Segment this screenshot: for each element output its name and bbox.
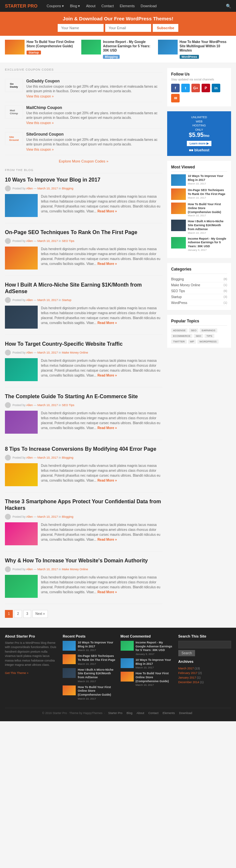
post-title-1[interactable]: 10 Ways To Improve Your Blog in 2017 xyxy=(5,177,162,184)
footer-search-input[interactable] xyxy=(178,641,231,648)
page-next[interactable]: Next » xyxy=(32,610,48,618)
footer-commented-1: Income Report - My Google Adsense Earnin… xyxy=(121,641,173,656)
post-thumb-8 xyxy=(5,575,38,598)
post-title-6[interactable]: 8 Tips To Increase Conversions By Modify… xyxy=(5,446,162,453)
search-icon[interactable]: 🔍 xyxy=(226,4,231,8)
tag-wordpress[interactable]: WORDPRESS xyxy=(197,339,218,344)
tag-tips[interactable]: TIPS xyxy=(205,334,214,338)
blog-section: FROM THE BLOG 10 Ways To Improve Your Bl… xyxy=(5,168,162,618)
footer-commented-title-1[interactable]: Income Report - My Google Adsense Earnin… xyxy=(136,641,173,652)
mv-thumb-5 xyxy=(171,237,186,249)
footer-link-elements[interactable]: Elements xyxy=(163,711,175,715)
post-thumb-6 xyxy=(5,463,38,486)
footer-commented: Most Commented Income Report - My Google… xyxy=(121,634,173,703)
mailchimp-coupon-link[interactable]: View this coupon » xyxy=(26,121,54,125)
post-title-4[interactable]: How To Target Country-Specific Website T… xyxy=(5,341,162,348)
mv-title-3[interactable]: How To Build Your First Online Store (Co… xyxy=(188,203,227,214)
footer-link-contact[interactable]: Contact xyxy=(148,711,159,715)
footer-search-title: Search This Site xyxy=(178,634,231,638)
mv-thumb-3 xyxy=(171,203,186,214)
follow-us-title: Follow Us xyxy=(171,72,227,76)
godaddy-logo: GoDaddy xyxy=(5,79,23,92)
subscribe-button[interactable]: Subscribe xyxy=(153,24,178,32)
read-more-3[interactable]: Read More » xyxy=(97,321,117,325)
page-1[interactable]: 1 xyxy=(5,610,13,618)
category-blogging: Blogging (8) xyxy=(171,276,227,282)
mv-title-5[interactable]: Income Report - My Google Adsense Earnin… xyxy=(188,237,227,249)
tag-adsense[interactable]: ADSENSE xyxy=(171,328,188,333)
footer-recent-title-1[interactable]: 10 Ways To Improve Your Blog in 2017 xyxy=(78,641,115,648)
post-title-7[interactable]: These 3 Smartphone Apps Protect Your Con… xyxy=(5,498,162,512)
footer-link-starterpro[interactable]: Starter Pro xyxy=(108,711,123,715)
read-more-7[interactable]: Read More » xyxy=(97,538,117,541)
archive-march-2017: March 2017 (13) xyxy=(178,666,231,671)
twitter-icon[interactable]: t xyxy=(181,84,190,92)
read-more-6[interactable]: Read More » xyxy=(97,479,117,482)
nav-coupons[interactable]: Coupons ▾ xyxy=(44,0,67,12)
explore-coupons-link[interactable]: Explore More Coupon Codes » xyxy=(5,159,162,163)
mailchimp-logo: MailChimp xyxy=(5,105,23,119)
featured-item-1: How To Build Your First Online Store (Co… xyxy=(5,40,78,59)
godaddy-coupon-link[interactable]: View this coupon » xyxy=(26,95,54,98)
godaddy-coupon-title: GoDaddy Coupon xyxy=(26,79,162,83)
bluehost-learn-button[interactable]: Learn more ▶ xyxy=(187,141,211,146)
nav-about[interactable]: About xyxy=(83,0,98,12)
email-input[interactable] xyxy=(105,24,151,32)
featured-tag-3: WordPress xyxy=(180,55,199,59)
footer-link-download[interactable]: Download xyxy=(179,711,192,715)
post-title-8[interactable]: Why & How To Increase Your Website's Dom… xyxy=(5,557,162,564)
footer-recent-title-2[interactable]: On-Page SEO Techniques To Rank On The Fi… xyxy=(78,654,115,662)
footer-search-button[interactable]: Search xyxy=(178,650,195,656)
tag-twitter[interactable]: TWITTER xyxy=(171,339,187,344)
tag-seo2[interactable]: SEO xyxy=(194,334,203,338)
post-title-5[interactable]: The Complete Guide To Starting An E-Comm… xyxy=(5,393,162,400)
mv-title-2[interactable]: On-Page SEO Techniques To Rank On The Fi… xyxy=(188,188,227,196)
footer-recent-date-4: March 10, 2017 xyxy=(78,697,115,701)
rss-icon[interactable]: ✉ xyxy=(171,94,180,102)
tag-seo[interactable]: SEO xyxy=(189,328,198,333)
post-title-3[interactable]: How I Built A Micro-Niche Site Earning $… xyxy=(5,282,162,296)
read-more-2[interactable]: Read More » xyxy=(97,262,117,266)
nav-blog[interactable]: Blog ▾ xyxy=(67,0,82,12)
meta-6: Posted by Allen — March 10, 2017 in Blog… xyxy=(12,456,73,459)
tag-ecommerce[interactable]: ECOMMERCE xyxy=(171,334,193,338)
brand[interactable]: STARTER PRO xyxy=(5,3,37,8)
footer-commented-title-2[interactable]: 10 Ways To Improve Your Blog in 2017 xyxy=(136,658,173,666)
footer-link-about[interactable]: About xyxy=(136,711,144,715)
footer-recent-thumb-1 xyxy=(63,641,76,651)
mv-date-2: March 10, 2017 xyxy=(188,196,227,199)
pinterest-icon[interactable]: P xyxy=(202,84,210,92)
tag-wp[interactable]: WP xyxy=(188,339,196,344)
avatar-6 xyxy=(5,455,11,461)
nav-download[interactable]: Download xyxy=(138,0,159,12)
linkedin-icon[interactable]: in xyxy=(212,84,220,92)
footer-commented-title-3[interactable]: How To Build Your First Online Store (Co… xyxy=(136,672,173,683)
read-more-5[interactable]: Read More » xyxy=(97,426,117,430)
read-more-8[interactable]: Read More » xyxy=(97,590,117,594)
page-3[interactable]: 3 xyxy=(23,610,31,618)
mv-title-4[interactable]: How I Built A Micro-Niche Site Earning $… xyxy=(188,220,227,231)
tag-earnings[interactable]: EARNINGS xyxy=(200,328,217,333)
read-more-4[interactable]: Read More » xyxy=(97,374,117,377)
footer-about-link[interactable]: Get This Theme » xyxy=(5,671,29,675)
mv-title-1[interactable]: 10 Ways To Improve Your Blog in 2017 xyxy=(188,174,227,182)
facebook-icon[interactable]: f xyxy=(171,84,180,92)
read-more-1[interactable]: Read More » xyxy=(97,210,117,213)
navbar-links: Coupons ▾ Blog ▾ About Contact Elements … xyxy=(44,0,226,12)
footer-recent-title-4[interactable]: How To Build Your First Online Store (Co… xyxy=(78,685,115,697)
footer-link-blog[interactable]: Blog xyxy=(127,711,132,715)
page-2[interactable]: 2 xyxy=(14,610,22,618)
nav-elements[interactable]: Elements xyxy=(117,0,137,12)
google-plus-icon[interactable]: G+ xyxy=(192,84,200,92)
name-input[interactable] xyxy=(58,24,104,32)
post-title-2[interactable]: On-Page SEO Techniques To Rank On The Fi… xyxy=(5,229,162,236)
siteground-coupon-link[interactable]: View this coupon » xyxy=(26,148,54,151)
avatar-3 xyxy=(5,297,11,303)
footer-recent-title-3[interactable]: How I Built A Micro-Niche Site Earning $… xyxy=(78,668,115,680)
nav-contact[interactable]: Contact xyxy=(99,0,116,12)
footer-commented-thumb-3 xyxy=(121,672,134,682)
godaddy-coupon-desc: Use this exclusive coupon code to get 20… xyxy=(26,84,162,94)
mv-date-1: March 10, 2017 xyxy=(188,182,227,185)
footer-commented-3: How To Build Your First Online Store (Co… xyxy=(121,672,173,687)
meta-1: Posted by Allen — March 10, 2017 in Blog… xyxy=(12,187,73,190)
